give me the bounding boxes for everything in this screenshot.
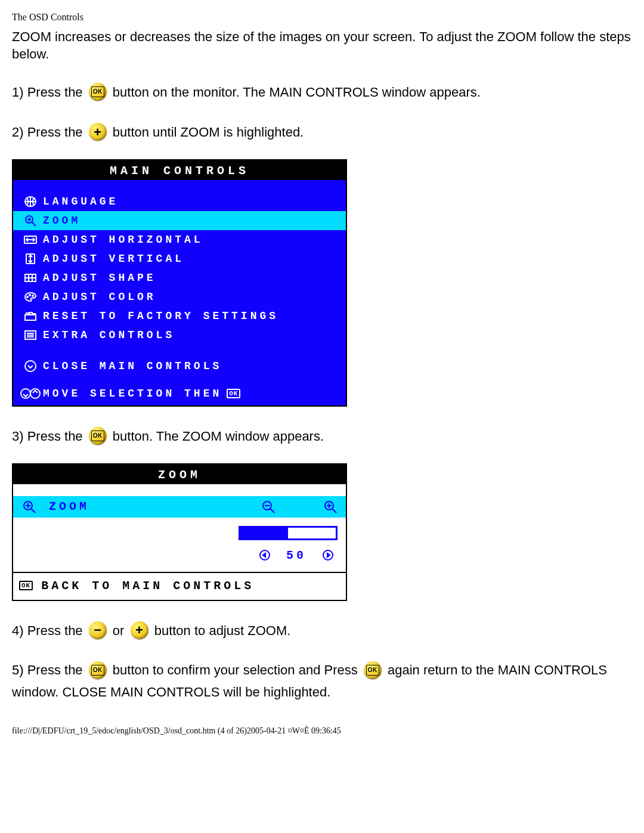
- menu-item-adjust-vertical[interactable]: ADJUST VERTICAL: [13, 249, 346, 268]
- svg-line-2: [32, 222, 36, 226]
- footer-text: MOVE SELECTION THEN: [43, 388, 222, 400]
- main-controls-title: MAIN CONTROLS: [13, 160, 346, 180]
- ok-button-icon: [89, 661, 107, 679]
- zoom-row[interactable]: ZOOM: [13, 496, 346, 518]
- step-1: 1) Press the button on the monitor. The …: [12, 80, 632, 103]
- ok-glyph-icon: OK: [19, 581, 33, 590]
- step3-suffix: button. The ZOOM window appears.: [113, 428, 324, 443]
- step-4: 4) Press the or button to adjust ZOOM.: [12, 619, 632, 641]
- zoom-footer[interactable]: OK BACK TO MAIN CONTROLS: [13, 572, 346, 600]
- menu-label: ADJUST VERTICAL: [43, 253, 340, 265]
- svg-rect-16: [25, 315, 36, 320]
- zoom-progress-fill: [240, 528, 288, 538]
- ok-button-icon: [364, 661, 382, 679]
- svg-line-29: [270, 509, 274, 513]
- menu-label: ADJUST HORIZONTAL: [43, 234, 340, 246]
- step-3: 3) Press the button. The ZOOM window app…: [12, 425, 632, 447]
- menu-label: ADJUST SHAPE: [43, 272, 340, 284]
- page-footer: file:///D|/EDFU/crt_19_5/edoc/english/OS…: [12, 726, 632, 736]
- page-header: The OSD Controls: [12, 12, 632, 23]
- svg-point-13: [27, 296, 28, 298]
- zoom-progress-bar: [239, 526, 338, 540]
- menu-label: EXTRA CONTROLS: [43, 329, 340, 341]
- menu-label: RESET TO FACTORY SETTINGS: [43, 310, 340, 322]
- main-controls-panel: MAIN CONTROLS LANGUAGE ZOOM ADJUST HORIZ…: [12, 159, 347, 407]
- menu-item-adjust-shape[interactable]: ADJUST SHAPE: [13, 268, 346, 287]
- zoom-title: ZOOM: [13, 465, 346, 484]
- svg-point-21: [25, 361, 36, 371]
- step-2: 2) Press the button until ZOOM is highli…: [12, 120, 632, 143]
- plus-button-icon: [89, 123, 107, 141]
- zoom-in-icon: [21, 500, 37, 514]
- zoom-value: 50: [286, 549, 306, 562]
- step4-mid: or: [113, 623, 128, 637]
- step3-prefix: 3) Press the: [12, 428, 86, 443]
- plus-button-icon: [131, 621, 148, 639]
- zoom-panel: ZOOM ZOOM 50 OK BACK TO MAIN CONTROLS: [12, 463, 347, 601]
- menu-item-zoom[interactable]: ZOOM: [13, 211, 346, 230]
- right-arrow-icon[interactable]: [322, 549, 334, 561]
- zoom-in-icon: [323, 500, 338, 514]
- ok-button-icon: [89, 427, 107, 445]
- menu-item-extra-controls[interactable]: EXTRA CONTROLS: [13, 326, 346, 345]
- step2-suffix: button until ZOOM is highlighted.: [113, 125, 304, 140]
- menu-label: ZOOM: [43, 215, 340, 227]
- minus-button-icon: [89, 621, 107, 639]
- step1-suffix: button on the monitor. The MAIN CONTROLS…: [113, 85, 481, 100]
- left-arrow-icon[interactable]: [259, 549, 271, 561]
- menu-label: ADJUST COLOR: [43, 291, 340, 303]
- menu-item-adjust-color[interactable]: ADJUST COLOR: [13, 287, 346, 306]
- svg-line-25: [31, 509, 35, 513]
- step4-prefix: 4) Press the: [12, 623, 86, 637]
- zoom-back-label: BACK TO MAIN CONTROLS: [41, 579, 254, 593]
- step-5: 5) Press the button to confirm your sele…: [12, 658, 632, 702]
- svg-point-15: [32, 295, 33, 296]
- zoom-out-icon: [261, 500, 275, 514]
- menu-item-close[interactable]: CLOSE MAIN CONTROLS: [13, 357, 346, 376]
- menu-label: CLOSE MAIN CONTROLS: [43, 360, 340, 372]
- zoom-row-label: ZOOM: [49, 500, 89, 513]
- step2-prefix: 2) Press the: [12, 125, 86, 140]
- menu-label: LANGUAGE: [43, 196, 340, 208]
- main-controls-footer: MOVE SELECTION THEN OK: [13, 383, 346, 405]
- menu-item-language[interactable]: LANGUAGE: [13, 192, 346, 211]
- step5-mid: button to confirm your selection and Pre…: [113, 662, 361, 677]
- ok-glyph-icon: OK: [227, 389, 240, 398]
- step5-prefix: 5) Press the: [12, 662, 86, 677]
- menu-item-adjust-horizontal[interactable]: ADJUST HORIZONTAL: [13, 230, 346, 249]
- step4-suffix: button to adjust ZOOM.: [154, 623, 291, 637]
- svg-line-32: [332, 509, 336, 513]
- ok-button-icon: [89, 83, 107, 101]
- intro-text: ZOOM increases or decreases the size of …: [12, 29, 632, 63]
- step1-prefix: 1) Press the: [12, 85, 86, 100]
- menu-item-reset-factory[interactable]: RESET TO FACTORY SETTINGS: [13, 306, 346, 326]
- svg-point-14: [29, 295, 30, 296]
